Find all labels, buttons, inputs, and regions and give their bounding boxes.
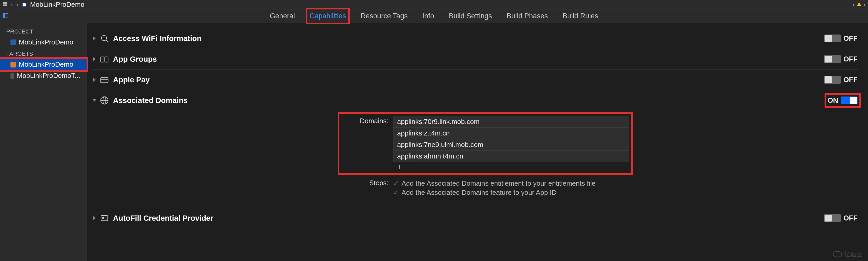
tab-resource-tags[interactable]: Resource Tags: [360, 10, 409, 22]
app-groups-icon: [99, 54, 110, 64]
disclosure-icon[interactable]: [92, 77, 97, 82]
svg-rect-0: [3, 2, 5, 4]
svg-rect-8: [3, 13, 5, 18]
capability-title: App Groups: [113, 55, 824, 64]
check-icon: ✓: [393, 180, 399, 188]
svg-rect-13: [101, 78, 108, 83]
capability-toggle[interactable]: OFF: [824, 55, 858, 63]
toggle-switch[interactable]: [824, 214, 841, 222]
associated-domains-body: Domains: applinks:70r9.link.mob.com appl…: [92, 110, 858, 208]
sidebar-section-targets: TARGETS: [0, 48, 87, 59]
domain-row[interactable]: applinks:7ne9.ulml.mob.com: [394, 139, 629, 151]
nav-expand-left-icon[interactable]: ‹: [852, 1, 855, 8]
nav-expand-right-icon[interactable]: ›: [864, 1, 865, 8]
domains-controls: ＋ －: [393, 162, 629, 171]
capability-toggle[interactable]: OFF: [824, 76, 858, 84]
step-item: ✓Add the Associated Domains entitlement …: [393, 179, 629, 188]
steps-block: Steps: ✓Add the Associated Domains entit…: [341, 179, 629, 197]
disclosure-icon[interactable]: [92, 36, 97, 41]
disclosure-icon[interactable]: [92, 216, 97, 221]
capability-title: Access WiFi Information: [113, 34, 824, 43]
project-icon: [22, 3, 26, 7]
sidebar-project-item[interactable]: MobLinkProDemo: [0, 37, 87, 48]
svg-rect-3: [5, 4, 7, 6]
domains-label: Domains:: [341, 116, 389, 125]
disclosure-icon[interactable]: [92, 57, 97, 61]
step-item: ✓Add the Associated Domains feature to y…: [393, 188, 629, 197]
svg-line-10: [106, 40, 108, 42]
toggle-switch[interactable]: [841, 97, 858, 104]
capability-toggle[interactable]: OFF: [824, 35, 858, 43]
svg-point-9: [101, 36, 107, 41]
disclosure-open-icon[interactable]: [92, 98, 97, 103]
capability-title: Associated Domains: [113, 96, 828, 105]
domains-list[interactable]: applinks:70r9.link.mob.com applinks:z.t4…: [393, 116, 629, 162]
breadcrumb-project[interactable]: MobLinkProDemo: [30, 1, 85, 9]
toggle-state-label: ON: [828, 97, 838, 105]
sidebar-target-name: MobLinkProDemo: [19, 60, 73, 68]
tab-capabilities[interactable]: Capabilities: [308, 10, 347, 22]
app-project-icon: [10, 39, 16, 45]
toggle-state-label: OFF: [843, 35, 858, 43]
wifi-icon: [99, 33, 110, 43]
sidebar-target-name: MobLinkProDemoT...: [17, 72, 80, 80]
nav-forward-icon[interactable]: ›: [17, 1, 18, 8]
steps-label: Steps:: [341, 179, 389, 187]
svg-rect-2: [3, 4, 5, 6]
domain-row[interactable]: applinks:ahmn.t4m.cn: [394, 151, 629, 162]
tab-general[interactable]: General: [269, 10, 296, 22]
panel-toggle-icon[interactable]: [3, 13, 8, 20]
svg-rect-1: [5, 2, 7, 4]
add-domain-button[interactable]: ＋: [396, 164, 403, 169]
svg-rect-4: [23, 3, 26, 6]
toggle-state-label: OFF: [843, 55, 858, 63]
capability-row-wifi: Access WiFi Information OFF: [92, 28, 858, 49]
capabilities-content: Access WiFi Information OFF App Groups O…: [87, 23, 868, 261]
sidebar-section-project: PROJECT: [0, 26, 87, 37]
capability-row-associated-domains: Associated Domains ON: [92, 90, 858, 110]
capability-title: Apple Pay: [113, 75, 824, 84]
project-navigator-sidebar: PROJECT MobLinkProDemo TARGETS MobLinkPr…: [0, 23, 87, 261]
toggle-switch[interactable]: [824, 76, 841, 84]
domain-row[interactable]: applinks:z.t4m.cn: [394, 128, 629, 139]
sidebar-target-item[interactable]: MobLinkProDemo: [0, 59, 87, 70]
warning-icon[interactable]: [857, 2, 862, 8]
autofill-icon: [99, 213, 110, 223]
steps-list: ✓Add the Associated Domains entitlement …: [393, 179, 629, 197]
toggle-switch[interactable]: [824, 55, 841, 63]
capability-toggle[interactable]: ON: [828, 97, 858, 105]
tab-info[interactable]: Info: [421, 10, 435, 22]
capability-row-apple-pay: Apple Pay OFF: [92, 70, 858, 90]
check-icon: ✓: [393, 189, 399, 197]
domain-row[interactable]: applinks:70r9.link.mob.com: [394, 116, 629, 128]
target-test-icon: [10, 73, 14, 79]
sidebar-target-item[interactable]: MobLinkProDemoT...: [0, 70, 87, 81]
toggle-state-label: OFF: [843, 76, 858, 84]
step-text: Add the Associated Domains feature to yo…: [402, 189, 557, 197]
target-app-icon: [10, 62, 16, 67]
svg-point-19: [102, 217, 104, 219]
tab-build-rules[interactable]: Build Rules: [561, 10, 599, 22]
toggle-state-label: OFF: [843, 214, 858, 222]
sidebar-project-name: MobLinkProDemo: [19, 38, 73, 46]
top-toolbar: ‹ › MobLinkProDemo ‹ ›: [0, 0, 868, 9]
svg-rect-11: [101, 57, 104, 62]
capability-row-app-groups: App Groups OFF: [92, 49, 858, 70]
apple-pay-icon: [99, 75, 110, 85]
step-text: Add the Associated Domains entitlement t…: [402, 180, 595, 188]
editor-tabbar: General Capabilities Resource Tags Info …: [0, 9, 868, 23]
capability-title: AutoFill Credential Provider: [113, 214, 824, 223]
svg-rect-5: [859, 3, 859, 5]
domains-block: Domains: applinks:70r9.link.mob.com appl…: [341, 116, 629, 171]
remove-domain-button: －: [405, 164, 412, 169]
globe-icon: [99, 95, 110, 105]
tab-build-phases[interactable]: Build Phases: [506, 10, 549, 22]
tab-build-settings[interactable]: Build Settings: [448, 10, 493, 22]
svg-rect-6: [859, 5, 859, 5]
capability-row-autofill: AutoFill Credential Provider OFF: [92, 208, 858, 228]
nav-back-icon[interactable]: ‹: [11, 1, 13, 8]
toggle-switch[interactable]: [824, 35, 841, 42]
svg-rect-12: [105, 57, 108, 62]
grid-icon[interactable]: [3, 2, 7, 8]
capability-toggle[interactable]: OFF: [824, 214, 858, 222]
